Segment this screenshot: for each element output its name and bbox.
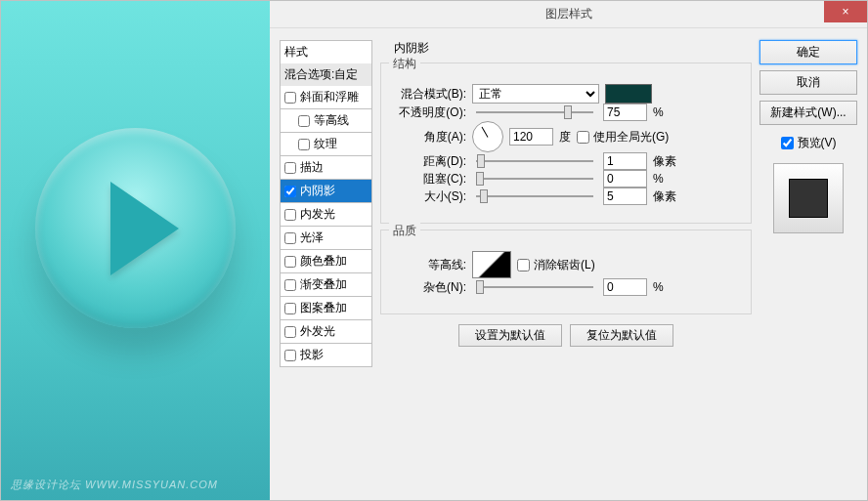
cancel-button[interactable]: 取消 (760, 70, 857, 95)
size-unit: 像素 (653, 188, 676, 205)
noise-slider[interactable] (476, 286, 593, 288)
quality-fieldset: 品质 等高线: 消除锯齿(L) 杂色(N): % (380, 230, 752, 314)
global-light-checkbox[interactable]: 使用全局光(G) (577, 129, 669, 146)
angle-label: 角度(A): (393, 129, 466, 146)
size-input[interactable] (603, 188, 647, 205)
style-item-label: 投影 (300, 347, 324, 363)
quality-legend: 品质 (389, 223, 420, 239)
blend-mode-label: 混合模式(B): (393, 86, 466, 103)
size-slider[interactable] (476, 195, 593, 197)
style-item-label: 内阴影 (300, 183, 335, 199)
style-item-label: 纹理 (314, 136, 337, 152)
ok-button[interactable]: 确定 (760, 40, 857, 64)
style-item-checkbox[interactable] (284, 303, 296, 314)
titlebar: 图层样式 × (270, 1, 867, 28)
style-item-checkbox[interactable] (284, 350, 296, 361)
style-item-checkbox[interactable] (284, 186, 296, 197)
opacity-slider[interactable] (476, 111, 593, 113)
style-item-label: 斜面和浮雕 (300, 89, 359, 105)
style-item[interactable]: 图案叠加 (280, 297, 372, 320)
main-panel: 内阴影 结构 混合模式(B): 正常 不透明度(O): % (380, 40, 752, 494)
style-item-label: 渐变叠加 (300, 276, 347, 293)
choke-input[interactable] (603, 170, 647, 188)
noise-unit: % (653, 280, 664, 294)
style-item[interactable]: 颜色叠加 (280, 250, 372, 273)
style-item[interactable]: 投影 (280, 344, 372, 367)
blend-options-row[interactable]: 混合选项:自定 (280, 63, 372, 86)
noise-label: 杂色(N): (393, 279, 466, 296)
choke-unit: % (653, 172, 664, 186)
choke-slider[interactable] (476, 178, 593, 180)
style-item-checkbox[interactable] (298, 139, 310, 150)
set-default-button[interactable]: 设置为默认值 (458, 324, 562, 347)
styles-list: 样式 混合选项:自定 斜面和浮雕等高线纹理描边内阴影内发光光泽颜色叠加渐变叠加图… (280, 40, 372, 494)
close-button[interactable]: × (824, 1, 867, 22)
choke-label: 阻塞(C): (393, 171, 466, 188)
blend-mode-select[interactable]: 正常 (472, 84, 599, 104)
shadow-color-swatch[interactable] (605, 84, 652, 104)
panel-title: 内阴影 (394, 40, 752, 57)
opacity-input[interactable] (603, 104, 647, 121)
style-item-label: 光泽 (300, 230, 324, 246)
style-item-checkbox[interactable] (298, 115, 310, 127)
style-item[interactable]: 外发光 (280, 320, 372, 344)
play-button-artwork (35, 128, 236, 328)
antialias-label: 消除锯齿(L) (534, 257, 595, 273)
styles-header[interactable]: 样式 (280, 40, 372, 63)
contour-picker[interactable] (472, 251, 511, 278)
style-item-checkbox[interactable] (284, 162, 296, 174)
style-item[interactable]: 描边 (280, 156, 372, 180)
opacity-unit: % (653, 105, 664, 119)
distance-unit: 像素 (653, 153, 676, 170)
dialog-body: 样式 混合选项:自定 斜面和浮雕等高线纹理描边内阴影内发光光泽颜色叠加渐变叠加图… (270, 28, 867, 500)
layer-style-dialog: 图层样式 × 样式 混合选项:自定 斜面和浮雕等高线纹理描边内阴影内发光光泽颜色… (270, 1, 867, 500)
style-item-label: 外发光 (300, 323, 335, 340)
angle-dial[interactable] (472, 121, 503, 152)
preview-inner (789, 179, 828, 218)
canvas-preview: 思缘设计论坛 WWW.MISSYUAN.COM (1, 1, 270, 500)
style-item-label: 等高线 (314, 112, 349, 129)
preview-thumbnail (773, 163, 844, 233)
noise-input[interactable] (603, 278, 647, 296)
style-item[interactable]: 内发光 (280, 203, 372, 227)
play-triangle-icon (110, 182, 179, 275)
angle-unit: 度 (559, 129, 571, 146)
global-light-label: 使用全局光(G) (593, 129, 669, 146)
style-item[interactable]: 斜面和浮雕 (280, 86, 372, 109)
style-item[interactable]: 纹理 (280, 133, 372, 156)
structure-legend: 结构 (389, 56, 420, 72)
dialog-title: 图层样式 (270, 6, 867, 22)
style-item-label: 描边 (300, 159, 324, 176)
style-item-checkbox[interactable] (284, 92, 296, 104)
right-panel: 确定 取消 新建样式(W)... 预览(V) (760, 40, 857, 494)
opacity-label: 不透明度(O): (393, 104, 466, 121)
watermark-text: 思缘设计论坛 WWW.MISSYUAN.COM (11, 478, 218, 492)
new-style-button[interactable]: 新建样式(W)... (760, 101, 857, 125)
structure-fieldset: 结构 混合模式(B): 正常 不透明度(O): % 角度(A): (380, 63, 752, 224)
style-item-checkbox[interactable] (284, 232, 296, 244)
contour-label: 等高线: (393, 257, 466, 273)
style-item-label: 内发光 (300, 206, 335, 223)
antialias-checkbox[interactable]: 消除锯齿(L) (517, 257, 595, 273)
style-item-checkbox[interactable] (284, 326, 296, 338)
distance-label: 距离(D): (393, 153, 466, 170)
reset-default-button[interactable]: 复位为默认值 (570, 324, 673, 347)
style-item[interactable]: 内阴影 (280, 180, 372, 203)
style-item[interactable]: 光泽 (280, 227, 372, 250)
size-label: 大小(S): (393, 188, 466, 205)
style-item-checkbox[interactable] (284, 256, 296, 268)
style-item[interactable]: 渐变叠加 (280, 273, 372, 297)
distance-slider[interactable] (476, 160, 593, 162)
style-item-checkbox[interactable] (284, 209, 296, 221)
app-root: 思缘设计论坛 WWW.MISSYUAN.COM 图层样式 × 样式 混合选项:自… (0, 0, 868, 501)
style-item-label: 图案叠加 (300, 300, 347, 316)
preview-label: 预览(V) (798, 135, 837, 151)
style-item[interactable]: 等高线 (280, 109, 372, 133)
distance-input[interactable] (603, 152, 647, 170)
angle-input[interactable] (509, 128, 553, 146)
preview-checkbox[interactable]: 预览(V) (760, 135, 857, 151)
style-item-label: 颜色叠加 (300, 253, 347, 270)
default-buttons-row: 设置为默认值 复位为默认值 (380, 324, 752, 347)
style-item-checkbox[interactable] (284, 279, 296, 291)
